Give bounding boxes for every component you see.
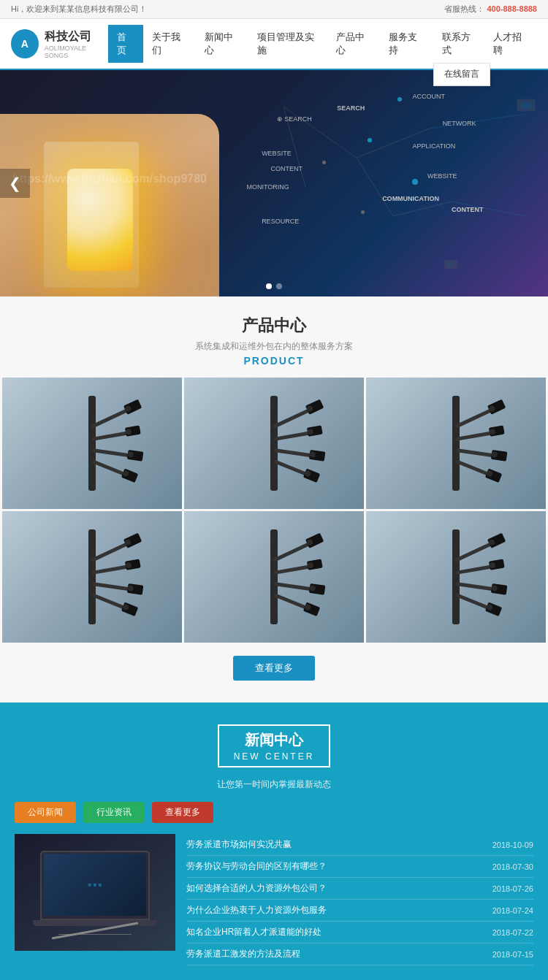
news-tabs: 公司新闻 行业资讯 查看更多: [15, 802, 533, 823]
svg-rect-54: [91, 564, 128, 575]
nav-about[interactable]: 关于我们: [143, 25, 196, 63]
svg-rect-10: [448, 262, 454, 267]
camera-svg-2: [201, 385, 347, 502]
svg-rect-21: [91, 459, 125, 476]
news-item-title-2[interactable]: 劳务协议与劳动合同的区别有哪些？: [186, 860, 327, 873]
product-item-4[interactable]: [2, 511, 182, 643]
svg-rect-86: [455, 593, 489, 610]
news-item-title-4[interactable]: 为什么企业热衷于人力资源外包服务: [186, 904, 327, 916]
svg-line-2: [357, 158, 393, 216]
products-more-btn[interactable]: 查看更多: [233, 656, 315, 681]
news-tab-more[interactable]: 查看更多: [152, 802, 213, 823]
welcome-text: Hi，欢迎来到某某信息科技有限公司！: [11, 4, 147, 15]
svg-rect-51: [91, 542, 129, 562]
nav-project[interactable]: 项目管理及实施: [248, 25, 327, 63]
news-tab-industry[interactable]: 行业资讯: [83, 802, 145, 823]
nav-products[interactable]: 产品中心: [327, 25, 380, 63]
svg-rect-11: [88, 396, 96, 491]
news-item-title-3[interactable]: 如何选择合适的人力资源外包公司？: [186, 882, 327, 895]
svg-line-0: [283, 107, 357, 158]
banner-dots: [266, 283, 282, 289]
laptop-screen: ■ ■ ■: [44, 854, 146, 916]
news-tab-company[interactable]: 公司新闻: [15, 802, 76, 823]
svg-rect-28: [273, 431, 310, 441]
logo-text: 科技公司 AOLIMOYALE SONGS: [45, 29, 108, 59]
svg-rect-76: [452, 529, 460, 624]
svg-rect-64: [273, 542, 311, 562]
camera-svg-5: [201, 518, 347, 635]
products-title-cn: 产品中心: [0, 315, 548, 337]
news-item-2: 劳务协议与劳动合同的区别有哪些？ 2018-07-30: [186, 856, 533, 878]
header: A 科技公司 AOLIMOYALE SONGS 首页 关于我们 新闻中心 项目管…: [0, 19, 548, 70]
news-item-5: 知名企业HR留着人才派遣能的好处 2018-07-22: [186, 922, 533, 943]
svg-rect-50: [88, 529, 96, 624]
nav-support[interactable]: 服务支持: [380, 25, 433, 63]
svg-rect-67: [273, 564, 310, 575]
svg-rect-60: [91, 593, 125, 610]
top-bar: Hi，欢迎来到某某信息科技有限公司！ 省服热线： 400-888-8888: [0, 0, 548, 19]
product-item-5[interactable]: [184, 511, 364, 643]
banner-bg: https://www.huzhan.com/shop9780 SEARCH ⊕…: [0, 70, 548, 296]
nav-home[interactable]: 首页: [108, 25, 143, 63]
main-nav: 首页 关于我们 新闻中心 项目管理及实施 产品中心 服务支持 联系方式 在线留言…: [108, 25, 537, 63]
svg-rect-63: [270, 529, 278, 624]
svg-rect-31: [274, 448, 312, 457]
news-item-6: 劳务派遣工激发的方法及流程 2018-07-15: [186, 943, 533, 965]
logo-cn: 科技公司: [45, 29, 108, 45]
news-item-4: 为什么企业热衷于人力资源外包服务 2018-07-24: [186, 900, 533, 922]
laptop-base: [33, 920, 157, 926]
news-desc: 让您第一时间内掌握最新动态: [15, 778, 533, 791]
logo: A 科技公司 AOLIMOYALE SONGS: [11, 29, 108, 59]
svg-rect-41: [455, 431, 492, 441]
svg-line-6: [452, 202, 525, 216]
news-item-title-6[interactable]: 劳务派遣工激发的方法及流程: [186, 948, 300, 960]
svg-rect-47: [455, 459, 489, 476]
news-item-title-1[interactable]: 劳务派遣市场如何实况共赢: [186, 838, 292, 851]
news-item-date-4: 2018-07-24: [492, 906, 533, 915]
news-item-title-5[interactable]: 知名企业HR留着人才派遣能的好处: [186, 926, 321, 938]
news-title-cn: 新闻中心: [234, 730, 315, 750]
svg-line-3: [283, 107, 305, 187]
nav-news[interactable]: 新闻中心: [196, 25, 248, 63]
product-grid: [2, 378, 546, 643]
nav-contact[interactable]: 联系方式: [433, 25, 484, 63]
svg-rect-25: [273, 408, 311, 429]
product-item-2[interactable]: [184, 378, 364, 509]
banner-left: https://www.huzhan.com/shop9780: [0, 70, 247, 296]
product-item-3[interactable]: [366, 378, 546, 509]
news-item-date-2: 2018-07-30: [492, 862, 533, 871]
contact-dropdown-menu: 在线留言: [433, 63, 490, 86]
news-header: 新闻中心 NEW CENTER: [15, 724, 533, 767]
svg-rect-70: [274, 582, 312, 591]
laptop-lid: ■ ■ ■: [40, 851, 150, 920]
hotline-area: 省服热线： 400-888-8888: [444, 4, 537, 15]
news-title-en: NEW CENTER: [234, 751, 315, 762]
svg-rect-34: [273, 459, 307, 476]
banner-prev[interactable]: ❮: [0, 169, 30, 198]
news-image: ■ ■ ■: [15, 834, 175, 951]
camera-svg-1: [19, 385, 165, 502]
banner-right: SEARCH ⊕ SEARCH WEBSITE MONITORING RESOU…: [247, 70, 549, 296]
camera-svg-3: [383, 385, 529, 502]
news-title-box: 新闻中心 NEW CENTER: [218, 724, 331, 767]
network-svg: [247, 70, 549, 296]
products-section: 产品中心 系统集成和运维外包在内的整体服务方案 PRODUCT: [0, 296, 548, 703]
svg-rect-57: [92, 582, 130, 591]
svg-line-4: [393, 202, 452, 216]
logo-icon: A: [11, 29, 39, 58]
svg-rect-77: [454, 542, 492, 562]
dot-2[interactable]: [276, 283, 282, 289]
nav-contact-dropdown[interactable]: 联系方式 在线留言: [433, 25, 484, 63]
svg-rect-18: [92, 448, 130, 457]
product-item-6[interactable]: [366, 511, 546, 643]
nav-recruit[interactable]: 人才招聘: [484, 25, 537, 63]
product-item-1[interactable]: [2, 378, 182, 509]
camera-svg-4: [19, 518, 165, 635]
dropdown-online-message[interactable]: 在线留言: [434, 64, 490, 85]
news-item-date-6: 2018-07-15: [492, 950, 533, 959]
logo-en: AOLIMOYALE SONGS: [45, 45, 108, 59]
svg-rect-38: [454, 408, 492, 429]
news-item-date-5: 2018-07-22: [492, 928, 533, 937]
dot-1[interactable]: [266, 283, 272, 289]
products-title-en: PRODUCT: [0, 355, 548, 367]
